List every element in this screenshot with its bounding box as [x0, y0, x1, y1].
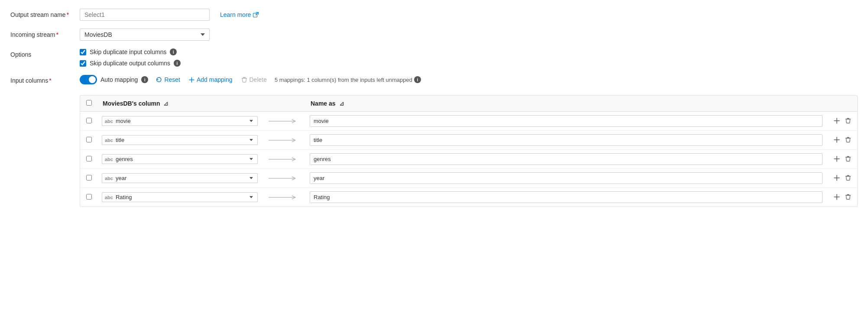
row-checkbox-2[interactable] [86, 156, 92, 161]
target-input-3[interactable] [310, 172, 823, 184]
row-checkbox-cell [80, 188, 97, 207]
add-row-icon-3 [834, 175, 840, 181]
mapping-table-header-row: MoviesDB's column ⊿ Name as ⊿ [80, 96, 857, 112]
add-row-button-1[interactable] [832, 136, 842, 144]
table-row: abc movie [80, 112, 857, 131]
row-checkbox-cell [80, 150, 97, 169]
mapping-rows: abc movie [80, 112, 857, 207]
source-select-0[interactable]: movie [116, 118, 255, 124]
delete-row-button-1[interactable] [843, 136, 853, 144]
actions-col-2 [827, 150, 857, 169]
add-row-button-2[interactable] [832, 155, 842, 163]
incoming-stream-select[interactable]: MoviesDB [80, 29, 210, 41]
svg-rect-5 [243, 77, 246, 78]
svg-rect-4 [242, 78, 247, 79]
arrow-col-1 [262, 131, 305, 150]
arrow-col-2 [262, 150, 305, 169]
svg-rect-24 [845, 176, 851, 177]
source-col-1: abc title [97, 131, 262, 150]
source-col-2: abc genres [97, 150, 262, 169]
target-input-1[interactable] [310, 134, 823, 146]
delete-row-button-2[interactable] [843, 155, 853, 163]
source-select-2[interactable]: genres [116, 156, 255, 162]
target-input-2[interactable] [310, 153, 823, 165]
mapping-table-header: MoviesDB's column ⊿ Name as ⊿ [80, 96, 857, 112]
incoming-stream-row: Incoming stream* MoviesDB [10, 29, 858, 41]
mappings-count-info-icon: i [414, 76, 421, 83]
delete-row-button-3[interactable] [843, 174, 853, 182]
target-col-2 [305, 150, 827, 169]
select-all-checkbox[interactable] [86, 100, 92, 106]
arrow-icon-1 [269, 137, 299, 143]
svg-rect-9 [845, 119, 851, 119]
mapping-table-wrap: MoviesDB's column ⊿ Name as ⊿ [80, 95, 858, 207]
target-filter-icon[interactable]: ⊿ [339, 100, 344, 107]
reset-button[interactable]: Reset [155, 74, 181, 85]
source-select-4[interactable]: Rating [116, 194, 255, 200]
skip-duplicate-input-row: Skip duplicate input columns i [80, 48, 181, 55]
add-row-button-3[interactable] [832, 174, 842, 182]
incoming-stream-label: Incoming stream* [10, 29, 80, 38]
delete-row-button-4[interactable] [843, 193, 853, 201]
input-columns-label: Input columns* [10, 74, 80, 84]
source-filter-icon[interactable]: ⊿ [163, 100, 168, 107]
output-stream-row: Output stream name* Learn more [10, 9, 858, 21]
auto-mapping-label: Auto mapping [100, 76, 138, 83]
row-checkbox-3[interactable] [86, 175, 92, 181]
source-col-4: abc Rating [97, 188, 262, 207]
arrow-col-4 [262, 188, 305, 207]
svg-rect-0 [253, 13, 257, 17]
table-row: abc genres [80, 150, 857, 169]
add-row-button-4[interactable] [832, 193, 842, 201]
auto-mapping-toggle[interactable] [80, 75, 97, 84]
svg-rect-29 [845, 195, 851, 196]
auto-mapping-toggle-wrap: Auto mapping i [80, 75, 148, 84]
add-row-icon-4 [834, 194, 840, 200]
reset-icon [156, 77, 162, 83]
svg-rect-30 [847, 194, 849, 195]
svg-rect-15 [847, 137, 849, 138]
target-input-0[interactable] [310, 115, 823, 127]
arrow-icon-2 [269, 156, 299, 162]
external-link-icon [253, 12, 259, 18]
skip-duplicate-output-checkbox[interactable] [80, 60, 86, 67]
mappings-count: 5 mappings: 1 column(s) from the inputs … [275, 76, 421, 83]
add-mapping-icon [189, 77, 194, 83]
row-checkbox-4[interactable] [86, 194, 92, 200]
skip-duplicate-output-row: Skip duplicate output columns i [80, 60, 181, 67]
row-checkbox-0[interactable] [86, 118, 92, 123]
delete-button[interactable]: Delete [240, 74, 268, 85]
add-mapping-button[interactable]: Add mapping [188, 74, 233, 85]
header-source-col: MoviesDB's column ⊿ [97, 96, 262, 112]
svg-rect-25 [847, 175, 849, 176]
target-input-4[interactable] [310, 191, 823, 203]
target-col-0 [305, 112, 827, 131]
delete-row-icon-1 [845, 137, 851, 143]
learn-more-link[interactable]: Learn more [220, 11, 259, 18]
header-checkbox-cell [80, 96, 97, 112]
skip-duplicate-input-checkbox[interactable] [80, 49, 86, 55]
row-checkbox-1[interactable] [86, 137, 92, 142]
delete-row-button-0[interactable] [843, 117, 853, 125]
target-col-4 [305, 188, 827, 207]
target-col-3 [305, 169, 827, 188]
delete-row-icon-2 [845, 156, 851, 162]
target-col-1 [305, 131, 827, 150]
actions-col-0 [827, 112, 857, 131]
delete-row-icon-3 [845, 175, 851, 181]
table-row: abc title [80, 131, 857, 150]
add-row-button-0[interactable] [832, 117, 842, 125]
mapping-table: MoviesDB's column ⊿ Name as ⊿ [80, 96, 857, 206]
delete-icon [241, 77, 247, 83]
actions-col-1 [827, 131, 857, 150]
table-row: abc Rating [80, 188, 857, 207]
source-select-1[interactable]: title [116, 137, 255, 143]
table-row: abc year [80, 169, 857, 188]
arrow-icon-0 [269, 118, 299, 124]
input-columns-row: Input columns* Auto mapping i Reset [10, 74, 858, 207]
actions-col-3 [827, 169, 857, 188]
arrow-col-0 [262, 112, 305, 131]
svg-rect-19 [845, 157, 851, 158]
source-select-3[interactable]: year [116, 175, 255, 181]
output-stream-input[interactable] [80, 9, 210, 21]
